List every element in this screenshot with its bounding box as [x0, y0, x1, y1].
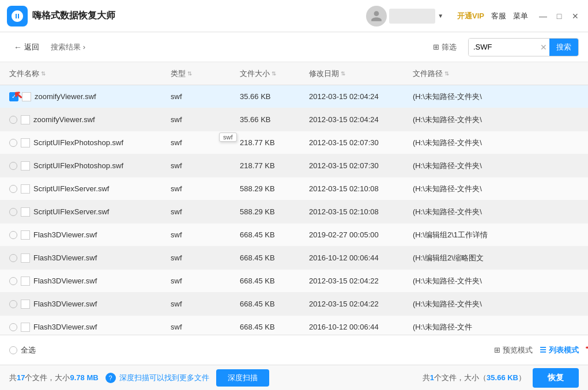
breadcrumb: 搜索结果 ›	[51, 42, 85, 52]
cell-date: 2012-03-15 02:04:22	[309, 277, 413, 285]
cell-path: (H:\未知路径-文件夹\	[413, 115, 579, 125]
cell-name: ScriptUIFlexPhotoshop.swf	[9, 138, 171, 147]
th-type-label: 类型	[171, 69, 186, 79]
search-button[interactable]: 搜索	[549, 39, 578, 56]
username	[389, 9, 435, 24]
cell-name: Flash3DViewer.swf	[9, 323, 171, 332]
cell-name: Flash3DViewer.swf	[9, 300, 171, 309]
list-mode-button[interactable]: ☰ 列表模式 ➜	[540, 345, 579, 355]
sort-icon-size: ⇅	[272, 70, 276, 77]
deep-scan-hint: 深度扫描可以找到更多文件	[119, 373, 209, 383]
deep-scan-button[interactable]: 深度扫描	[216, 369, 269, 387]
dropdown-arrow[interactable]: ▼	[438, 13, 443, 19]
table-row[interactable]: Flash3DViewer.swf swf 668.45 KB 2016-10-…	[0, 247, 588, 270]
red-arrow-list-mode: ➜	[585, 340, 588, 354]
preview-mode-button[interactable]: ⊞ 预览模式	[494, 345, 533, 355]
radio[interactable]	[9, 208, 17, 216]
list-mode-icon: ☰	[540, 346, 546, 354]
deep-scan-info: ? 深度扫描可以找到更多文件	[105, 373, 209, 383]
close-button[interactable]: ✕	[570, 10, 581, 22]
select-all-radio[interactable]	[9, 346, 17, 354]
cell-path: (H:\未知路径-文件夹\	[413, 138, 579, 148]
list-mode-label: 列表模式	[549, 345, 579, 355]
radio[interactable]	[9, 231, 17, 239]
cell-date: 2019-02-27 00:05:00	[309, 230, 413, 239]
radio[interactable]	[9, 162, 17, 170]
sort-icon-date: ⇅	[341, 70, 345, 77]
avatar	[366, 6, 387, 26]
cell-type: swf	[171, 115, 240, 124]
table-row[interactable]: Flash3DViewer.swf swf 668.45 KB 2016-10-…	[0, 316, 588, 335]
table-row[interactable]: ScriptUIFlexPhotoshop.swf swf 218.77 KB …	[0, 154, 588, 177]
app-logo	[7, 6, 28, 26]
cell-size: 668.45 KB	[240, 253, 309, 262]
table-row[interactable]: ✓ zoomifyViewer.swf swf 35.66 KB 2012-03…	[0, 85, 588, 108]
back-button[interactable]: ← 返回	[9, 40, 44, 55]
th-name[interactable]: 文件名称 ⇅	[9, 69, 171, 79]
cell-path: (H:\未知路径-文件	[413, 322, 579, 332]
table-row[interactable]: Flash3DViewer.swf swf 668.45 KB 2012-03-…	[0, 270, 588, 293]
status-bar: 共17个文件，大小9.78 MB ? 深度扫描可以找到更多文件 深度扫描 共1个…	[0, 365, 588, 390]
cell-date: 2016-10-12 00:06:44	[309, 253, 413, 262]
select-all[interactable]: 全选	[9, 345, 36, 355]
radio[interactable]	[9, 300, 17, 308]
file-icon	[21, 277, 30, 286]
back-label: 返回	[24, 42, 39, 52]
maximize-button[interactable]: □	[553, 10, 565, 22]
breadcrumb-text: 搜索结果	[51, 43, 81, 51]
radio[interactable]	[9, 277, 17, 285]
search-input[interactable]	[469, 39, 538, 56]
service-button[interactable]: 客服	[491, 11, 506, 21]
filter-button[interactable]: ⊞ 筛选	[428, 40, 461, 55]
bottom-bar: 全选 ⊞ 预览模式 ☰ 列表模式 ➜	[0, 335, 588, 365]
file-icon	[21, 323, 30, 332]
radio[interactable]	[9, 254, 17, 262]
th-size-label: 文件大小	[240, 69, 270, 79]
cell-size: 668.45 KB	[240, 323, 309, 331]
red-arrow-indicator: ➜	[9, 87, 25, 104]
total-files-text: 共17个文件，大小9.78 MB	[9, 373, 99, 383]
back-arrow-icon: ←	[14, 43, 22, 52]
cell-size: 218.77 KB	[240, 138, 309, 147]
filter-label: 筛选	[442, 42, 457, 52]
radio[interactable]	[9, 116, 17, 124]
table-row[interactable]: ScriptUIFlexServer.swf swf 588.29 KB 201…	[0, 177, 588, 200]
radio[interactable]	[9, 139, 17, 147]
cell-date: 2012-03-15 02:04:22	[309, 300, 413, 308]
th-path-label: 文件路径	[413, 69, 443, 79]
table-row[interactable]: ScriptUIFlexPhotoshop.swf swf 218.77 KB …	[0, 131, 588, 154]
cell-size: 35.66 KB	[240, 115, 309, 124]
th-date[interactable]: 修改日期 ⇅	[309, 69, 413, 79]
cell-type: swf	[171, 161, 240, 170]
vip-button[interactable]: 开通VIP	[457, 11, 484, 21]
table-body: ✓ zoomifyViewer.swf swf 35.66 KB 2012-03…	[0, 85, 588, 335]
minimize-button[interactable]: —	[537, 10, 549, 22]
cell-path: (H:\未知路径-文件夹\	[413, 207, 579, 217]
radio[interactable]	[9, 323, 17, 331]
th-type[interactable]: 类型 ⇅	[171, 69, 240, 79]
file-icon	[21, 253, 30, 263]
file-icon	[21, 138, 30, 147]
sort-icon-type: ⇅	[187, 70, 192, 77]
radio[interactable]	[9, 185, 17, 193]
cell-date: 2012-03-15 02:04:24	[309, 92, 413, 101]
th-size[interactable]: 文件大小 ⇅	[240, 69, 309, 79]
cell-type: swf	[171, 277, 240, 285]
search-clear-button[interactable]: ✕	[538, 39, 549, 56]
table-row[interactable]: Flash3DViewer.swf swf 668.45 KB 2019-02-…	[0, 224, 588, 247]
cell-size: 588.29 KB	[240, 207, 309, 216]
cell-date: 2012-03-15 02:10:08	[309, 207, 413, 216]
cell-type: swf	[171, 300, 240, 308]
cell-path: (H:\未知路径-文件夹\	[413, 92, 579, 102]
cell-type: swf	[171, 184, 240, 193]
tooltip-swf: swf	[219, 132, 237, 142]
cell-name: zoomifyViewer.swf	[9, 115, 171, 124]
restore-button[interactable]: 恢复	[533, 368, 579, 388]
th-path[interactable]: 文件路径 ⇅	[413, 69, 579, 79]
table-row[interactable]: zoomifyViewer.swf swf 35.66 KB 2012-03-1…	[0, 108, 588, 131]
cell-type: swf	[171, 323, 240, 331]
table-row[interactable]: ScriptUIFlexServer.swf swf 588.29 KB 201…	[0, 200, 588, 224]
file-icon	[21, 115, 30, 124]
table-row[interactable]: Flash3DViewer.swf swf 668.45 KB 2012-03-…	[0, 293, 588, 316]
menu-button[interactable]: 菜单	[513, 11, 528, 21]
